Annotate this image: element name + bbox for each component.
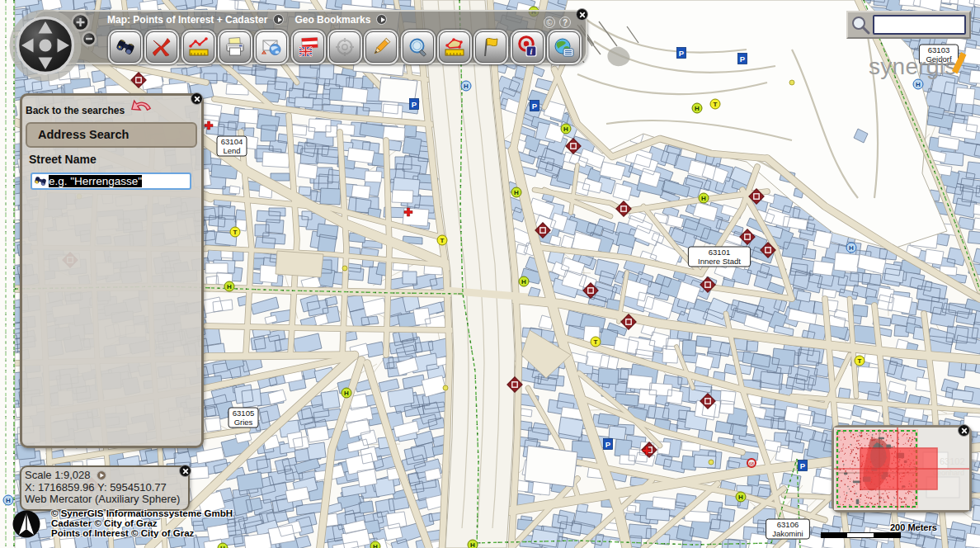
svg-text:T: T bbox=[714, 101, 718, 108]
svg-text:63103: 63103 bbox=[928, 45, 949, 54]
svg-text:H: H bbox=[220, 545, 225, 548]
svg-text:H: H bbox=[695, 105, 700, 112]
svg-text:Innere Stadt: Innere Stadt bbox=[698, 257, 741, 266]
svg-text:H: H bbox=[849, 244, 854, 252]
svg-text:H: H bbox=[227, 283, 232, 291]
svg-text:63102: 63102 bbox=[940, 456, 965, 466]
svg-text:H: H bbox=[916, 81, 921, 88]
svg-text:T: T bbox=[441, 237, 445, 244]
svg-text:P: P bbox=[605, 440, 611, 449]
svg-text:P: P bbox=[679, 49, 685, 58]
svg-text:H: H bbox=[470, 541, 475, 548]
svg-text:T: T bbox=[594, 338, 598, 346]
svg-text:Lend: Lend bbox=[223, 146, 240, 155]
svg-text:P: P bbox=[800, 461, 806, 470]
svg-text:P: P bbox=[532, 102, 538, 111]
svg-text:H: H bbox=[6, 497, 11, 504]
svg-text:H: H bbox=[521, 278, 526, 286]
svg-text:63104: 63104 bbox=[221, 137, 243, 146]
svg-text:H: H bbox=[738, 494, 743, 501]
svg-text:H: H bbox=[701, 195, 706, 202]
svg-text:68: 68 bbox=[749, 461, 754, 466]
svg-text:H: H bbox=[344, 390, 349, 397]
svg-text:P: P bbox=[412, 100, 417, 109]
svg-text:H: H bbox=[373, 543, 378, 548]
svg-text:T: T bbox=[233, 229, 238, 236]
svg-text:63106: 63106 bbox=[777, 520, 799, 529]
svg-text:Gries: Gries bbox=[234, 418, 253, 427]
svg-text:63105: 63105 bbox=[233, 409, 254, 418]
svg-text:P: P bbox=[740, 54, 746, 64]
svg-text:H: H bbox=[514, 189, 519, 196]
svg-text:i: i bbox=[530, 47, 533, 56]
svg-text:H: H bbox=[464, 83, 469, 90]
svg-text:H: H bbox=[563, 125, 568, 133]
svg-text:Jakomini: Jakomini bbox=[772, 529, 803, 538]
svg-text:63101: 63101 bbox=[709, 248, 730, 257]
svg-text:T: T bbox=[858, 357, 862, 365]
